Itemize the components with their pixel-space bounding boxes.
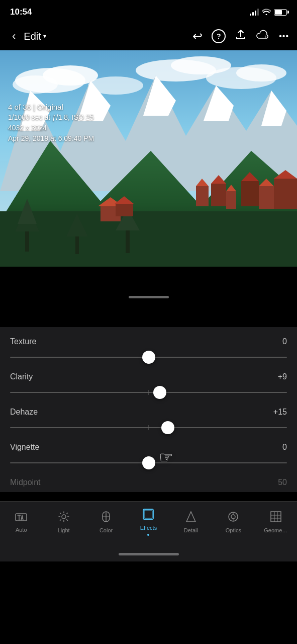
- effects-icon: [143, 509, 154, 523]
- svg-rect-36: [126, 229, 130, 253]
- dehaze-slider[interactable]: [10, 422, 287, 434]
- edit-title: Edit ▾: [24, 31, 46, 42]
- svg-line-49: [66, 519, 67, 520]
- effects-label: Effects: [140, 525, 157, 531]
- status-icons: [250, 8, 287, 17]
- tab-auto[interactable]: Auto: [0, 502, 42, 538]
- auto-icon: [15, 512, 27, 525]
- color-icon: [102, 511, 110, 525]
- tab-detail[interactable]: Detail: [170, 502, 212, 538]
- svg-rect-55: [144, 510, 152, 518]
- dehaze-slider-row: Dehaze +15: [10, 408, 287, 434]
- dropdown-arrow[interactable]: ▾: [43, 33, 46, 40]
- drag-indicator: [129, 296, 169, 298]
- svg-rect-21: [226, 191, 236, 209]
- vignette-slider[interactable]: ☞: [10, 457, 287, 469]
- battery-icon: [274, 9, 287, 16]
- tab-color[interactable]: Color: [85, 502, 127, 538]
- photo-count: 4 of 36 | Original: [8, 103, 94, 111]
- undo-button[interactable]: ↩: [192, 29, 203, 43]
- texture-slider[interactable]: [10, 351, 287, 363]
- home-bar: [119, 553, 179, 555]
- svg-rect-19: [196, 186, 209, 206]
- dehaze-label: Dehaze: [10, 408, 38, 417]
- svg-line-50: [66, 513, 67, 514]
- signal-icon: [250, 9, 259, 16]
- more-button[interactable]: •••: [279, 32, 289, 41]
- wifi-icon: [262, 8, 271, 17]
- vignette-label: Vignette: [10, 443, 39, 452]
- tab-light[interactable]: Light: [42, 502, 84, 538]
- effects-active-dot: [147, 534, 149, 536]
- svg-line-51: [60, 519, 61, 520]
- vignette-slider-row: Vignette 0 ☞: [10, 443, 287, 469]
- svg-text:+: +: [264, 34, 267, 40]
- svg-point-43: [62, 515, 66, 519]
- nav-actions: ↩ ? + •••: [192, 29, 289, 44]
- detail-icon: [186, 511, 196, 525]
- tab-bar: Auto Light Color: [0, 501, 297, 546]
- back-button[interactable]: ‹: [8, 28, 20, 45]
- drag-gap: [0, 267, 297, 327]
- tab-optics[interactable]: Optics: [212, 502, 254, 538]
- color-label: Color: [100, 527, 113, 533]
- dehaze-value: +15: [273, 408, 287, 417]
- share-button[interactable]: [235, 29, 247, 44]
- clarity-label: Clarity: [10, 372, 33, 381]
- texture-slider-row: Texture 0: [10, 337, 287, 363]
- photo-container: 4 of 36 | Original 1/1000 sec at ƒ/1.8, …: [0, 50, 297, 267]
- svg-rect-20: [211, 184, 226, 206]
- nav-bar: ‹ Edit ▾ ↩ ? + •••: [0, 22, 297, 50]
- help-button[interactable]: ?: [212, 29, 226, 43]
- geometry-label: Geome…: [264, 527, 287, 533]
- tab-effects[interactable]: Effects: [127, 502, 169, 538]
- detail-label: Detail: [184, 527, 198, 533]
- svg-line-48: [60, 513, 61, 514]
- photo-background: 4 of 36 | Original 1/1000 sec at ƒ/1.8, …: [0, 50, 297, 267]
- tab-geometry[interactable]: Geome…: [255, 502, 297, 538]
- status-time: 10:54: [10, 7, 32, 17]
- clarity-slider[interactable]: [10, 386, 287, 398]
- clarity-value: +9: [278, 372, 287, 381]
- photo-exposure: 1/1000 sec at ƒ/1.8, ISO 25: [8, 112, 94, 123]
- optics-label: Optics: [226, 527, 241, 533]
- svg-rect-22: [241, 181, 259, 206]
- photo-info: 4 of 36 | Original 1/1000 sec at ƒ/1.8, …: [0, 101, 102, 147]
- svg-rect-24: [274, 179, 297, 209]
- midpoint-value: 50: [278, 478, 287, 487]
- texture-label: Texture: [10, 337, 36, 346]
- optics-icon: [228, 511, 239, 525]
- photo-dimensions: 4032 x 3024: [8, 123, 94, 133]
- status-bar: 10:54: [0, 0, 297, 22]
- svg-marker-56: [186, 512, 195, 522]
- svg-rect-40: [116, 204, 133, 216]
- geometry-icon: [270, 511, 281, 525]
- midpoint-label: Midpoint: [10, 478, 40, 487]
- light-label: Light: [58, 527, 70, 533]
- svg-point-8: [236, 64, 286, 82]
- auto-label: Auto: [16, 527, 27, 533]
- light-icon: [58, 511, 69, 525]
- clarity-slider-row: Clarity +9: [10, 372, 287, 398]
- cloud-button[interactable]: +: [256, 29, 270, 43]
- svg-rect-18: [0, 211, 297, 267]
- svg-rect-54: [143, 509, 153, 519]
- controls-panel: Texture 0 Clarity +9 Dehaze +15: [0, 327, 297, 492]
- svg-rect-61: [271, 512, 281, 522]
- edit-label: Edit: [24, 31, 41, 42]
- vignette-value: 0: [282, 443, 287, 452]
- home-indicator: [0, 546, 297, 561]
- photo-date: Apr 29, 2019 at 6:09:40 PM: [8, 133, 94, 144]
- svg-point-58: [231, 515, 235, 519]
- svg-point-4: [13, 75, 58, 94]
- texture-value: 0: [282, 337, 287, 346]
- svg-rect-23: [259, 186, 274, 209]
- midpoint-slider-row: Midpoint 50: [10, 478, 287, 492]
